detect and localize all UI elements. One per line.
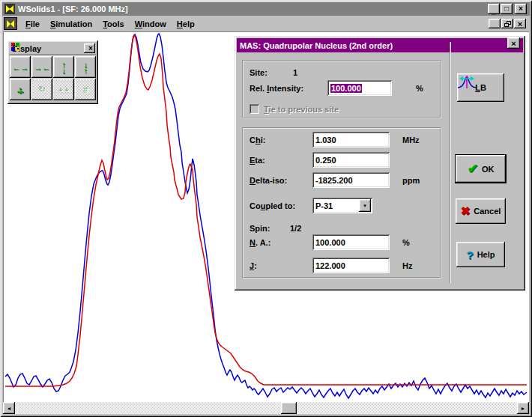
menu-help[interactable]: Help bbox=[172, 18, 200, 30]
rel-intensity-field[interactable]: 100.000 bbox=[327, 80, 392, 96]
question-icon: ? bbox=[466, 249, 473, 261]
spectrum-client-area: Display × ←→ →← ↑ ↓ ↓ ↑ ↔↕ ↻ ▲▲ # MAS: Q… bbox=[3, 31, 529, 402]
expand-horizontal-button[interactable]: ←→ bbox=[10, 56, 31, 78]
chi-label: Chi: bbox=[250, 132, 265, 147]
minimize-button[interactable]: _ bbox=[488, 4, 500, 14]
main-titlebar: WSolids1 - [SF: 26.000 MHz] _ □ × bbox=[2, 2, 530, 16]
na-field[interactable]: 100.000 bbox=[312, 234, 390, 250]
tie-checkbox bbox=[250, 104, 259, 114]
expand-vertical-button[interactable]: ↑ ↓ bbox=[53, 56, 74, 78]
restore-icon bbox=[504, 21, 511, 27]
rel-intensity-value: 100.000 bbox=[330, 84, 362, 93]
display-palette-buttons: ←→ →← ↑ ↓ ↓ ↑ ↔↕ ↻ ▲▲ # bbox=[10, 56, 96, 100]
mdi-restore-button[interactable] bbox=[501, 19, 513, 28]
menu-tools[interactable]: Tools bbox=[97, 18, 130, 30]
app-icon[interactable] bbox=[4, 4, 15, 14]
menu-window[interactable]: Window bbox=[130, 18, 172, 30]
scroll-left-button[interactable]: ◄ bbox=[3, 402, 15, 414]
coupled-to-select[interactable]: P-31 ▼ bbox=[312, 198, 372, 213]
compress-horizontal-icon: →← bbox=[34, 63, 50, 72]
delta-iso-label: Delta-iso: bbox=[250, 172, 287, 188]
rel-intensity-label: Rel. Intensity: bbox=[250, 80, 303, 96]
delta-iso-unit: ppm bbox=[402, 172, 420, 188]
display-palette: Display × ←→ →← ↑ ↓ ↓ ↑ ↔↕ ↻ ▲▲ # bbox=[7, 40, 98, 104]
zoom-region-button: ↻ bbox=[31, 79, 52, 100]
eta-field[interactable]: 0.250 bbox=[312, 152, 390, 168]
arrow-right-icon: ► bbox=[521, 406, 526, 411]
line-broadening-icon bbox=[457, 73, 477, 90]
help-button[interactable]: ? Help bbox=[456, 242, 505, 267]
chevron-down-icon[interactable]: ▼ bbox=[359, 199, 371, 212]
zoom-region-icon: ↻ bbox=[38, 85, 45, 94]
mdi-system-menu-icon[interactable] bbox=[4, 17, 17, 30]
dialog-titlebar[interactable]: MAS: Quadrupolar Nucleus (2nd order) bbox=[237, 38, 523, 52]
expand-vertical-icon: ↑ ↓ bbox=[61, 61, 66, 73]
coupled-to-label: Coupled to: bbox=[250, 198, 295, 213]
mdi-minimize-button[interactable]: _ bbox=[489, 19, 501, 28]
check-icon: ✔ bbox=[468, 161, 478, 177]
eta-label: Eta: bbox=[250, 152, 265, 168]
menu-bar: File Simulation Tools Window Help _ × bbox=[2, 16, 530, 31]
fit-all-icon: ↔↕ bbox=[14, 84, 26, 96]
na-label: N. A.: bbox=[250, 234, 270, 250]
j-field[interactable]: 122.000 bbox=[312, 258, 390, 273]
x-icon: ✖ bbox=[461, 204, 471, 218]
grid-icon: # bbox=[83, 85, 88, 94]
coupled-to-value: P-31 bbox=[315, 201, 333, 210]
lb-button[interactable]: LB bbox=[457, 73, 504, 102]
expand-horizontal-icon: ←→ bbox=[12, 63, 28, 72]
mas-quadrupolar-dialog: MAS: Quadrupolar Nucleus (2nd order) × S… bbox=[235, 36, 525, 290]
tie-checkbox-label: Tie to previous site bbox=[264, 101, 339, 117]
chi-field[interactable]: 1.030 bbox=[312, 132, 390, 147]
arrow-left-icon: ◄ bbox=[7, 406, 12, 411]
na-unit: % bbox=[402, 234, 410, 250]
close-button[interactable]: × bbox=[515, 4, 527, 14]
display-palette-close-button[interactable]: × bbox=[84, 43, 95, 53]
dialog-title: MAS: Quadrupolar Nucleus (2nd order) bbox=[240, 41, 393, 50]
ok-button[interactable]: ✔ OK bbox=[456, 155, 506, 183]
j-label: J: bbox=[250, 258, 257, 273]
compress-vertical-icon: ↓ ↑ bbox=[83, 61, 88, 73]
parameters-group: Chi: 1.030 MHz Eta: 0.250 Delta-iso: -18… bbox=[242, 127, 441, 278]
mdi-close-button[interactable]: × bbox=[514, 19, 526, 28]
menu-simulation[interactable]: Simulation bbox=[45, 18, 97, 30]
site-value: 1 bbox=[293, 64, 297, 80]
peak-pick-icon: ▲▲ bbox=[58, 86, 70, 93]
dialog-separator bbox=[450, 42, 451, 283]
scroll-right-button[interactable]: ► bbox=[517, 402, 529, 414]
main-window: WSolids1 - [SF: 26.000 MHz] _ □ × File S… bbox=[0, 0, 532, 417]
horizontal-scrollbar[interactable]: ◄ ► bbox=[3, 402, 529, 414]
compress-vertical-button[interactable]: ↓ ↑ bbox=[75, 56, 96, 78]
maximize-button[interactable]: □ bbox=[501, 4, 513, 14]
rel-intensity-unit: % bbox=[416, 80, 423, 96]
display-palette-icon bbox=[11, 43, 20, 52]
menu-file[interactable]: File bbox=[20, 18, 45, 30]
j-unit: Hz bbox=[402, 258, 412, 273]
cancel-button[interactable]: ✖ Cancel bbox=[456, 198, 506, 224]
scrollbar-thumb[interactable] bbox=[281, 402, 297, 414]
grid-button: # bbox=[75, 79, 96, 100]
display-palette-titlebar[interactable]: Display × bbox=[10, 43, 96, 55]
compress-horizontal-button[interactable]: →← bbox=[31, 56, 52, 78]
spin-label: Spin: bbox=[250, 220, 270, 236]
peak-pick-button: ▲▲ bbox=[53, 79, 74, 100]
dialog-close-button[interactable]: × bbox=[507, 37, 520, 49]
delta-iso-field[interactable]: -1825.200 bbox=[312, 172, 390, 188]
fit-all-button[interactable]: ↔↕ bbox=[10, 79, 31, 100]
window-title: WSolids1 - [SF: 26.000 MHz] bbox=[18, 4, 128, 13]
spin-value: 1/2 bbox=[290, 220, 301, 236]
chi-unit: MHz bbox=[402, 132, 420, 147]
site-label: Site: bbox=[250, 64, 267, 80]
site-group: Site: 1 Rel. Intensity: 100.000 % Tie to… bbox=[242, 60, 441, 118]
